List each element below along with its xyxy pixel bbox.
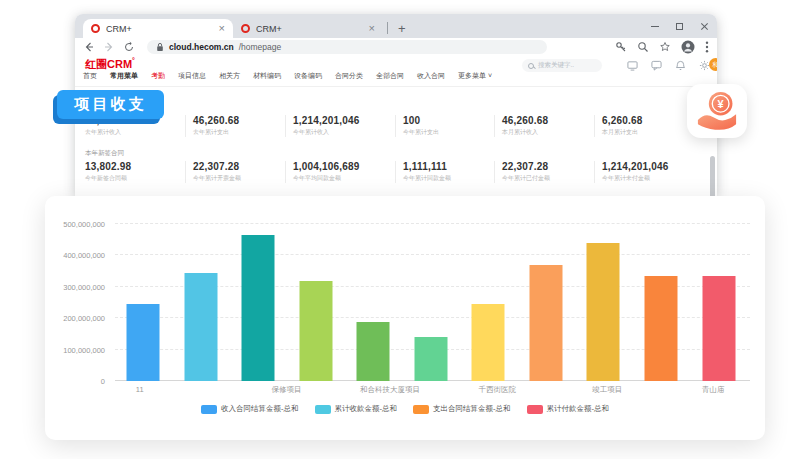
svg-text:¥: ¥ [718, 98, 725, 110]
crm-page: 红圈CRM° 首页常用菜单考勤项目信息相关方材料编码设备编码合同分类全部合同收入… [75, 56, 717, 196]
y-tick-label: 0 [45, 377, 109, 386]
legend-item[interactable]: 累计付款金额-总和 [527, 404, 610, 414]
stat-divider [395, 115, 396, 137]
legend-label: 收入合同结算金额-总和 [221, 404, 299, 414]
nav-item-4[interactable]: 相关方 [219, 71, 240, 81]
chart-bar-竣工项目[interactable] [587, 243, 620, 381]
x-tick-label: 青山庙 [702, 385, 725, 395]
chart-bar-青山庙[interactable] [645, 276, 678, 381]
x-tick-label: 和合科技大厦项目 [360, 385, 420, 395]
legend-label: 支出合同结算金额-总和 [433, 404, 511, 414]
stat-cell: 22,307.28今年累计开票金额 [193, 161, 241, 183]
forward-button-icon[interactable] [103, 41, 115, 53]
chart-plot [115, 224, 750, 381]
nav-item-9[interactable]: 收入合同 [417, 71, 445, 81]
nav-item-5[interactable]: 材料编码 [253, 71, 281, 81]
x-tick-label: 千西街医院 [479, 385, 517, 395]
stat-divider [494, 161, 495, 183]
stat-cell: 22,307.28今年累计已付金额 [502, 161, 550, 183]
chart-bar-千西街医院[interactable] [472, 304, 505, 381]
workbench-icon[interactable] [627, 60, 638, 71]
nav-item-8[interactable]: 全部合同 [376, 71, 404, 81]
project-income-expense-badge[interactable]: 项目收支 [57, 90, 164, 119]
chart-bar-保修项目[interactable] [241, 235, 274, 381]
nav-item-3[interactable]: 项目信息 [178, 71, 206, 81]
stat-label: 去年累计支出 [193, 128, 239, 137]
stat-value: 22,307.28 [502, 161, 550, 172]
search-placeholder: 搜索关键字.. [538, 61, 574, 70]
legend-item[interactable]: 支出合同结算金额-总和 [413, 404, 511, 414]
legend-item[interactable]: 累计收款金额-总和 [315, 404, 398, 414]
tab-title: CRM+ [256, 24, 363, 34]
tab-close-icon[interactable]: × [369, 24, 375, 33]
legend-label: 累计收款金额-总和 [335, 404, 398, 414]
stat-cell: 46,260.68去年累计支出 [193, 115, 239, 137]
stat-label: 本月累计收入 [502, 128, 548, 137]
legend-swatch [527, 405, 543, 414]
password-key-icon[interactable] [615, 41, 627, 53]
tab-close-icon[interactable]: × [219, 24, 225, 33]
nav-item-6[interactable]: 设备编码 [294, 71, 322, 81]
crm-logo: 红圈CRM° [85, 57, 135, 72]
user-avatar[interactable]: 和 [709, 58, 717, 71]
crm-search-input[interactable]: 搜索关键字.. [522, 59, 602, 72]
hecom-favicon-icon [241, 24, 250, 33]
chart-bar-千西街医院[interactable] [414, 337, 447, 381]
stat-divider [494, 115, 495, 137]
message-icon[interactable] [651, 60, 662, 71]
stat-divider [185, 161, 186, 183]
nav-item-0[interactable]: 首页 [83, 71, 97, 81]
nav-item-1[interactable]: 常用菜单 [110, 71, 138, 81]
tab-crm-2[interactable]: CRM+ × [233, 19, 383, 38]
menu-kebab-icon[interactable] [705, 41, 709, 53]
nav-item-10[interactable]: 更多菜单 ˅ [458, 71, 492, 81]
screen: CRM+ × CRM+ × + [0, 0, 792, 459]
chart-bar-保修项目[interactable] [184, 273, 217, 381]
chart-gridline [115, 254, 750, 255]
stat-cell: 1,004,106,689今年平均回款金额 [293, 161, 360, 183]
window-minimize-button[interactable] [651, 26, 659, 27]
stat-divider [395, 161, 396, 183]
window-close-button[interactable] [700, 22, 709, 31]
stat-cell: 100今年累计支出 [403, 115, 439, 137]
stat-divider [285, 115, 286, 137]
x-tick-label: 11 [136, 385, 144, 394]
legend-label: 累计付款金额-总和 [547, 404, 610, 414]
chart-y-axis: 0100,000,000200,000,000300,000,000400,00… [45, 224, 109, 381]
stat-value: 1,214,201,046 [293, 115, 360, 126]
reload-button-icon[interactable] [123, 41, 135, 53]
y-tick-label: 400,000,000 [45, 251, 109, 260]
stat-cell: 6,260.68本月累计支出 [602, 115, 643, 137]
notification-bell-icon[interactable] [675, 60, 686, 71]
legend-swatch [201, 405, 217, 414]
stat-cell: 1,214,201,046今年累计未付金额 [602, 161, 669, 183]
page-scrollbar[interactable] [710, 156, 715, 196]
stat-divider [594, 115, 595, 137]
chart-bar-竣工项目[interactable] [530, 265, 563, 381]
legend-item[interactable]: 收入合同结算金额-总和 [201, 404, 299, 414]
back-button-icon[interactable] [83, 41, 95, 53]
address-bar[interactable]: cloud.hecom.cn/homepage [147, 40, 547, 54]
tab-crm-1[interactable]: CRM+ × [83, 19, 233, 38]
tab-strip: CRM+ × CRM+ × + [75, 14, 717, 38]
new-tab-button[interactable]: + [398, 22, 406, 35]
money-hand-card[interactable]: ¥ [687, 84, 747, 138]
chart-bar-青山庙[interactable] [702, 276, 735, 381]
browser-toolbar: cloud.hecom.cn/homepage [75, 38, 717, 56]
stat-label: 今年累计开票金额 [193, 174, 241, 183]
x-tick-label: 保修项目 [271, 385, 301, 395]
profile-avatar-icon[interactable] [681, 40, 695, 54]
chart-bar-和合科技大厦项目[interactable] [357, 322, 390, 381]
legend-swatch [413, 405, 429, 414]
tab-title: CRM+ [106, 24, 213, 34]
zoom-icon[interactable] [637, 41, 649, 53]
hecom-favicon-icon [91, 24, 100, 33]
nav-item-7[interactable]: 合同分类 [335, 71, 363, 81]
bookmark-star-icon[interactable] [659, 41, 671, 53]
chart-bar-11[interactable] [126, 304, 159, 381]
stat-divider [285, 161, 286, 183]
nav-item-2[interactable]: 考勤 [151, 71, 165, 81]
window-maximize-button[interactable] [676, 23, 683, 30]
chart-bar-和合科技大厦项目[interactable] [299, 281, 332, 381]
y-tick-label: 300,000,000 [45, 282, 109, 291]
